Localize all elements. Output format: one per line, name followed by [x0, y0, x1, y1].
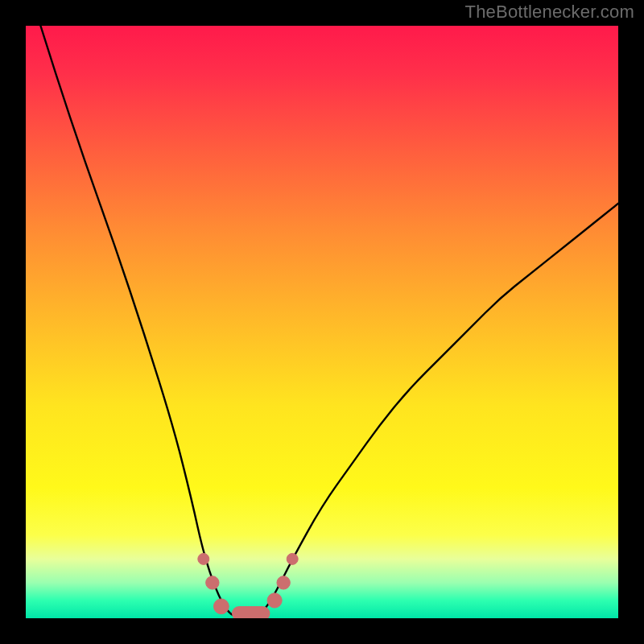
- chart-frame: TheBottlenecker.com: [0, 0, 644, 644]
- highlight-dot: [213, 599, 229, 614]
- highlight-dot: [198, 553, 209, 564]
- highlight-dots: [198, 553, 298, 613]
- highlight-dot: [267, 593, 282, 608]
- watermark-text: TheBottlenecker.com: [465, 2, 634, 23]
- highlight-dot: [287, 553, 298, 564]
- highlight-dot: [206, 576, 219, 589]
- highlight-dot: [277, 576, 290, 589]
- bottleneck-curve: [26, 26, 618, 618]
- curve-layer: [26, 26, 618, 618]
- plot-area: [26, 26, 618, 618]
